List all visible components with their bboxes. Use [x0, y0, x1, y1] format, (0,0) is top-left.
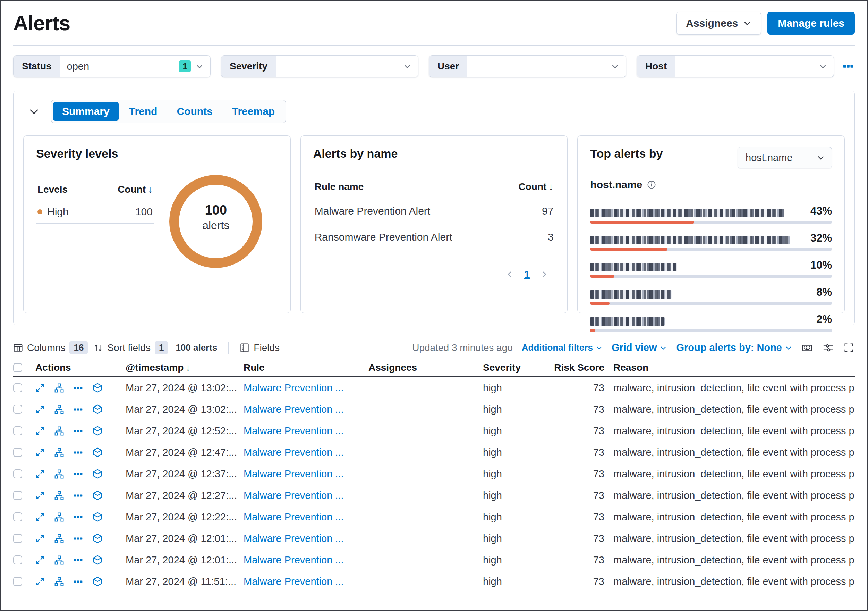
additional-filters-button[interactable]: Additional filters [522, 342, 603, 353]
more-actions-icon[interactable] [74, 383, 83, 393]
expand-alert-icon[interactable] [36, 426, 45, 436]
rule-link[interactable]: Malware Prevention ... [243, 425, 344, 436]
expand-alert-icon[interactable] [36, 470, 45, 479]
session-view-icon[interactable] [93, 577, 102, 586]
expand-alert-icon[interactable] [36, 405, 45, 414]
analyze-event-icon[interactable] [54, 383, 64, 393]
grid-view-button[interactable]: Grid view [612, 342, 668, 353]
analyze-event-icon[interactable] [54, 470, 64, 479]
assignees-button[interactable]: Assignees [676, 12, 761, 35]
session-view-icon[interactable] [93, 383, 102, 393]
more-actions-icon[interactable] [74, 577, 83, 586]
sort-fields-button[interactable]: Sort fields 1 [93, 341, 168, 354]
more-actions-icon[interactable] [74, 555, 83, 565]
more-actions-icon[interactable] [74, 512, 83, 522]
expand-alert-icon[interactable] [36, 555, 45, 565]
risk-score-column-header[interactable]: Risk Score [552, 362, 608, 373]
session-view-icon[interactable] [93, 469, 102, 479]
more-filters-icon[interactable] [842, 60, 855, 73]
filter-group[interactable]: Severity [221, 55, 418, 78]
columns-button[interactable]: Columns 16 [13, 341, 88, 354]
collapse-charts-icon[interactable] [23, 103, 45, 120]
analyze-event-icon[interactable] [54, 512, 64, 522]
rule-link[interactable]: Malware Prevention ... [243, 576, 344, 587]
row-checkbox[interactable] [13, 534, 22, 543]
filter-label: User [429, 56, 467, 77]
page-number[interactable]: 1 [524, 268, 530, 280]
severity-column-header[interactable]: Severity [483, 362, 552, 373]
more-actions-icon[interactable] [74, 470, 83, 479]
row-checkbox[interactable] [13, 491, 22, 500]
rule-link[interactable]: Malware Prevention ... [243, 533, 344, 544]
rule-link[interactable]: Malware Prevention ... [243, 404, 344, 415]
analyze-event-icon[interactable] [54, 426, 64, 436]
session-view-icon[interactable] [93, 533, 102, 543]
chart-view-tabs: Summary Trend Counts Treemap [51, 100, 286, 123]
more-actions-icon[interactable] [74, 491, 83, 500]
more-actions-icon[interactable] [74, 534, 83, 543]
row-checkbox[interactable] [13, 383, 22, 392]
fields-button[interactable]: Fields [240, 342, 280, 353]
rule-link[interactable]: Malware Prevention ... [243, 468, 344, 479]
analyze-event-icon[interactable] [54, 577, 64, 586]
rule-link[interactable]: Malware Prevention ... [243, 447, 344, 458]
more-actions-icon[interactable] [74, 448, 83, 457]
timestamp-column-header[interactable]: @timestamp↓ [126, 362, 243, 373]
row-checkbox[interactable] [13, 405, 22, 414]
analyze-event-icon[interactable] [54, 448, 64, 457]
expand-alert-icon[interactable] [36, 383, 45, 393]
severity-level-label: High [47, 206, 69, 218]
keyboard-shortcuts-icon[interactable] [801, 342, 813, 354]
row-checkbox[interactable] [13, 426, 22, 435]
select-all-checkbox[interactable] [13, 363, 22, 372]
expand-alert-icon[interactable] [36, 534, 45, 543]
top-alerts-field-select[interactable]: host.name [738, 147, 832, 168]
expand-alert-icon[interactable] [36, 577, 45, 586]
analyze-event-icon[interactable] [54, 555, 64, 565]
rule-column-header[interactable]: Rule [243, 362, 369, 373]
session-view-icon[interactable] [93, 404, 102, 414]
risk-score-cell: 73 [552, 447, 608, 458]
manage-rules-button[interactable]: Manage rules [767, 12, 855, 35]
count-column-header[interactable]: Count↓ [518, 181, 553, 192]
filter-group[interactable]: User [429, 55, 626, 78]
analyze-event-icon[interactable] [54, 405, 64, 414]
filter-group[interactable]: Status open 1 [13, 55, 211, 78]
count-column-header[interactable]: Count↓ [118, 184, 153, 195]
rule-link[interactable]: Malware Prevention ... [243, 511, 344, 522]
analyze-event-icon[interactable] [54, 534, 64, 543]
row-checkbox[interactable] [13, 512, 22, 521]
rule-link[interactable]: Malware Prevention ... [243, 490, 344, 501]
row-checkbox[interactable] [13, 470, 22, 478]
chart-view-tab[interactable]: Summary [53, 102, 119, 121]
assignees-column-header[interactable]: Assignees [369, 362, 483, 373]
session-view-icon[interactable] [93, 491, 102, 500]
expand-alert-icon[interactable] [36, 512, 45, 522]
row-checkbox[interactable] [13, 577, 22, 586]
more-actions-icon[interactable] [74, 426, 83, 436]
previous-page-icon[interactable] [504, 269, 515, 280]
session-view-icon[interactable] [93, 555, 102, 565]
fullscreen-icon[interactable] [843, 342, 855, 354]
next-page-icon[interactable] [539, 269, 550, 280]
more-actions-icon[interactable] [74, 405, 83, 414]
group-alerts-by-button[interactable]: Group alerts by: None [676, 342, 792, 353]
analyze-event-icon[interactable] [54, 491, 64, 500]
row-checkbox[interactable] [13, 555, 22, 564]
expand-alert-icon[interactable] [36, 448, 45, 457]
session-view-icon[interactable] [93, 512, 102, 522]
session-view-icon[interactable] [93, 426, 102, 436]
levels-column-header: Levels [37, 184, 68, 195]
rule-link[interactable]: Malware Prevention ... [243, 554, 344, 566]
chart-view-tab[interactable]: Treemap [223, 102, 284, 121]
rule-link[interactable]: Malware Prevention ... [243, 382, 344, 393]
session-view-icon[interactable] [93, 448, 102, 457]
reason-column-header[interactable]: Reason [608, 362, 855, 373]
chart-view-tab[interactable]: Trend [120, 102, 166, 121]
info-icon[interactable] [647, 180, 656, 189]
filter-group[interactable]: Host [637, 55, 834, 78]
expand-alert-icon[interactable] [36, 491, 45, 500]
row-checkbox[interactable] [13, 448, 22, 457]
chart-view-tab[interactable]: Counts [167, 102, 221, 121]
display-options-icon[interactable] [822, 342, 834, 354]
